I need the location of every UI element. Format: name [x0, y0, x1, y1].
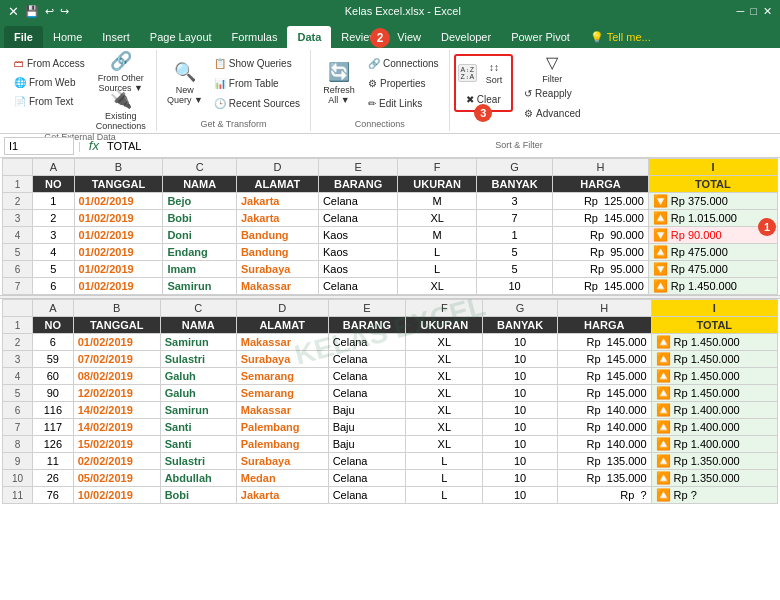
nama-cell[interactable]: Galuh [160, 368, 236, 385]
alamat-cell[interactable]: Surabaya [236, 453, 328, 470]
tab-insert[interactable]: Insert [92, 26, 140, 48]
barang-cell[interactable]: Kaos [318, 244, 397, 261]
barang-cell[interactable]: Baju [328, 419, 406, 436]
harga-cell[interactable]: Rp 135.000 [557, 470, 651, 487]
banyak-cell[interactable]: 10 [483, 436, 558, 453]
total-cell[interactable]: 🔼 Rp 1.450.000 [648, 278, 777, 295]
barang-cell[interactable]: Celana [318, 278, 397, 295]
no-cell[interactable]: 3 [33, 227, 75, 244]
properties-button[interactable]: ⚙ Properties [364, 74, 443, 92]
from-text-button[interactable]: 📄 From Text [10, 92, 89, 110]
banyak-cell[interactable]: 10 [483, 487, 558, 504]
col-header-d[interactable]: D [236, 159, 318, 176]
banyak-cell[interactable]: 10 [483, 351, 558, 368]
barang-cell[interactable]: Baju [328, 436, 406, 453]
tanggal-cell[interactable]: 10/02/2019 [73, 487, 160, 504]
existing-connections-button[interactable]: 🔌 ExistingConnections [92, 92, 150, 128]
banyak-cell[interactable]: 5 [476, 261, 552, 278]
tab-formulas[interactable]: Formulas [222, 26, 288, 48]
harga-cell[interactable]: Rp 145.000 [553, 278, 649, 295]
col-header-b[interactable]: B [74, 159, 163, 176]
nama-cell[interactable]: Doni [163, 227, 237, 244]
no-cell[interactable]: 6 [33, 334, 74, 351]
harga-cell[interactable]: Rp 145.000 [557, 385, 651, 402]
quick-access-undo[interactable]: ↩ [45, 5, 54, 18]
nama-cell[interactable]: Sulastri [160, 453, 236, 470]
ukuran-cell[interactable]: XL [406, 402, 483, 419]
alamat-cell[interactable]: Bandung [236, 227, 318, 244]
total-cell[interactable]: 🔼 Rp 1.400.000 [651, 402, 777, 419]
tanggal-cell[interactable]: 14/02/2019 [73, 402, 160, 419]
harga-cell[interactable]: Rp 135.000 [557, 453, 651, 470]
tanggal-cell[interactable]: 01/02/2019 [74, 261, 163, 278]
ukuran-cell[interactable]: XL [406, 351, 483, 368]
banyak-cell[interactable]: 10 [476, 278, 552, 295]
no-cell[interactable]: 117 [33, 419, 74, 436]
ukuran-cell[interactable]: XL [406, 334, 483, 351]
tanggal-cell[interactable]: 05/02/2019 [73, 470, 160, 487]
alamat-cell[interactable]: Palembang [236, 436, 328, 453]
no-cell[interactable]: 90 [33, 385, 74, 402]
no-cell[interactable]: 60 [33, 368, 74, 385]
tanggal-cell[interactable]: 07/02/2019 [73, 351, 160, 368]
total-cell[interactable]: 🔼 Rp 1.400.000 [651, 419, 777, 436]
barang-cell[interactable]: Celana [328, 351, 406, 368]
harga-cell[interactable]: Rp 145.000 [553, 210, 649, 227]
total-cell[interactable]: 🔼 Rp 1.450.000 [651, 368, 777, 385]
col2-header-e[interactable]: E [328, 300, 406, 317]
harga-cell[interactable]: Rp ? [557, 487, 651, 504]
banyak-cell[interactable]: 10 [483, 385, 558, 402]
tanggal-cell[interactable]: 01/02/2019 [74, 278, 163, 295]
banyak-cell[interactable]: 10 [483, 334, 558, 351]
tanggal-cell[interactable]: 15/02/2019 [73, 436, 160, 453]
reapply-button[interactable]: ↺ Reapply [520, 84, 584, 102]
refresh-all-button[interactable]: 🔄 RefreshAll ▼ [317, 54, 361, 112]
alamat-cell[interactable]: Makassar [236, 334, 328, 351]
filter-button[interactable]: ▽ Filter [520, 54, 584, 82]
nama-cell[interactable]: Galuh [160, 385, 236, 402]
barang-cell[interactable]: Celana [328, 334, 406, 351]
alamat-cell[interactable]: Bandung [236, 244, 318, 261]
banyak-cell[interactable]: 1 [476, 227, 552, 244]
quick-access-save[interactable]: 💾 [25, 5, 39, 18]
nama-cell[interactable]: Santi [160, 436, 236, 453]
new-query-button[interactable]: 🔍 NewQuery ▼ [163, 54, 207, 112]
col2-header-h[interactable]: H [557, 300, 651, 317]
from-table-button[interactable]: 📊 From Table [210, 74, 304, 92]
nama-cell[interactable]: Samirun [163, 278, 237, 295]
advanced-button[interactable]: ⚙ Advanced [520, 104, 584, 122]
tanggal-cell[interactable]: 01/02/2019 [74, 193, 163, 210]
maximize-btn[interactable]: □ [750, 5, 757, 18]
alamat-cell[interactable]: Semarang [236, 385, 328, 402]
from-other-sources-button[interactable]: 🔗 From OtherSources ▼ [94, 54, 148, 90]
ukuran-cell[interactable]: XL [398, 210, 477, 227]
tanggal-cell[interactable]: 02/02/2019 [73, 453, 160, 470]
ukuran-cell[interactable]: XL [398, 278, 477, 295]
total-cell[interactable]: 🔼 Rp 1.400.000 [651, 436, 777, 453]
alamat-cell[interactable]: Jakarta [236, 487, 328, 504]
harga-cell[interactable]: Rp 145.000 [557, 368, 651, 385]
alamat-cell[interactable]: Jakarta [236, 193, 318, 210]
from-web-button[interactable]: 🌐 From Web [10, 73, 89, 91]
barang-cell[interactable]: Baju [328, 402, 406, 419]
tab-file[interactable]: File [4, 26, 43, 48]
ukuran-cell[interactable]: L [406, 453, 483, 470]
barang-cell[interactable]: Celana [328, 487, 406, 504]
barang-cell[interactable]: Celana [318, 193, 397, 210]
banyak-cell[interactable]: 10 [483, 419, 558, 436]
tanggal-cell[interactable]: 14/02/2019 [73, 419, 160, 436]
banyak-cell[interactable]: 5 [476, 244, 552, 261]
ukuran-cell[interactable]: XL [406, 385, 483, 402]
tab-power-pivot[interactable]: Power Pivot [501, 26, 580, 48]
banyak-cell[interactable]: 7 [476, 210, 552, 227]
alamat-cell[interactable]: Semarang [236, 368, 328, 385]
no-cell[interactable]: 26 [33, 470, 74, 487]
col-header-f[interactable]: F [398, 159, 477, 176]
tanggal-cell[interactable]: 12/02/2019 [73, 385, 160, 402]
nama-cell[interactable]: Bejo [163, 193, 237, 210]
banyak-cell[interactable]: 10 [483, 453, 558, 470]
col2-header-b[interactable]: B [73, 300, 160, 317]
nama-cell[interactable]: Bobi [163, 210, 237, 227]
banyak-cell[interactable]: 10 [483, 368, 558, 385]
total-cell[interactable]: 🔼 Rp 1.450.000 [651, 385, 777, 402]
